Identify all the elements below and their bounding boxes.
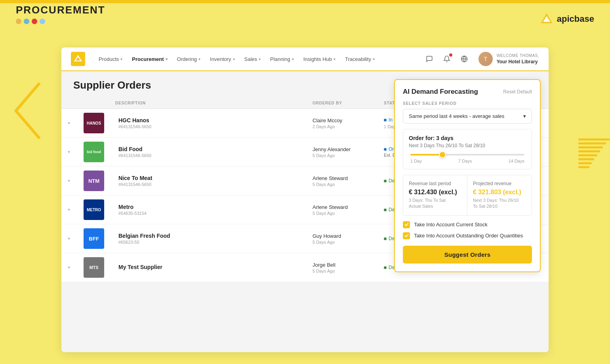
status-dot <box>384 148 387 151</box>
chevron-down-icon: ▾ <box>120 57 122 61</box>
status-dot <box>384 266 387 269</box>
stripes-decoration <box>578 138 610 168</box>
row-chevron: ▾ <box>68 178 84 184</box>
supplier-info: Nice To Meat #64131546-5650 <box>115 175 313 187</box>
notification-bell-btn[interactable] <box>440 53 453 65</box>
supplier-id: #64131546-5650 <box>118 182 313 187</box>
top-accent-bar <box>0 0 610 3</box>
chat-icon-btn[interactable] <box>423 53 436 65</box>
triangle-decoration <box>8 79 44 144</box>
revenue-projected: Projected revenue € 321.803 (excl.) Next… <box>467 175 532 215</box>
procurement-title: PROCUREMENT <box>16 4 105 16</box>
nav-item-products[interactable]: Products ▾ <box>95 54 126 64</box>
nav-logo[interactable] <box>71 52 85 66</box>
supplier-logo-bidfood: bid food <box>84 142 115 162</box>
checkbox-label: Take Into Account Current Stock <box>414 222 488 228</box>
nav-items: Products ▾ Procurement ▾ Ordering ▾ Inve… <box>95 54 423 64</box>
main-content: Supplier Orders DESCRIPTION ORDERED BY S… <box>61 71 549 352</box>
supplier-logo-metro: METRO <box>84 199 115 220</box>
order-for-subtitle: Next 3 Days Thu 26/10 To Sat 28/10 <box>409 143 526 148</box>
period-select-dropdown[interactable]: Same period last 4 weeks - average sales… <box>403 109 532 123</box>
nav-item-procurement[interactable]: Procurement ▾ <box>128 54 171 64</box>
chevron-down-icon: ▾ <box>292 57 294 61</box>
slider-fill <box>410 154 442 155</box>
dot-1 <box>16 19 21 24</box>
supplier-logo-hanos: HANOS <box>84 113 115 133</box>
nav-right: T WELCOME THOMAS, Your Hotel Library <box>423 52 539 66</box>
nav-item-ordering[interactable]: Ordering ▾ <box>173 54 205 64</box>
nav-item-planning[interactable]: Planning ▾ <box>266 54 298 64</box>
status-dot <box>384 237 387 240</box>
checkbox-icon[interactable] <box>403 232 410 239</box>
revenue-last-period: Revenue last period € 312.430 (excl.) 3 … <box>403 175 467 215</box>
nav-item-traceability[interactable]: Traceability ▾ <box>341 54 379 64</box>
nav-item-insights[interactable]: Insights Hub ▾ <box>299 54 339 64</box>
revenue-proj-label: Projected revenue <box>473 181 526 186</box>
col-header-ordered-by: ORDERED BY <box>313 101 384 105</box>
apicbase-brand: apicbase <box>539 12 594 26</box>
sales-period-label: SELECT SALES PERIOD <box>403 101 532 106</box>
chevron-down-icon: ▾ <box>166 57 168 61</box>
supplier-id: #64131546-5650 <box>118 153 313 158</box>
ai-panel-header: AI Demand Forecasting Reset Default <box>403 88 532 96</box>
row-chevron: ▾ <box>68 265 84 270</box>
notification-badge <box>449 53 452 57</box>
apicbase-logo-icon <box>539 12 554 26</box>
ordered-by-cell: Guy Howard 5 Days Ago <box>313 233 384 245</box>
navbar: Products ▾ Procurement ▾ Ordering ▾ Inve… <box>61 47 549 71</box>
ordered-by-cell: Jorge Bell 5 Days Ago <box>313 262 384 273</box>
reset-default-button[interactable]: Reset Default <box>503 89 532 95</box>
dot-2 <box>24 19 29 24</box>
ai-demand-panel: AI Demand Forecasting Reset Default SELE… <box>394 79 541 272</box>
checkbox-icon[interactable] <box>403 221 410 228</box>
row-chevron: ▾ <box>68 236 84 241</box>
ordered-by-cell: Claire Mccoy 2 Days Ago <box>313 118 384 129</box>
supplier-name: Metro <box>118 204 313 210</box>
supplier-logo-ntm: NTM <box>84 171 115 191</box>
supplier-logo-bff: BFF <box>84 228 115 249</box>
nav-item-sales[interactable]: Sales ▾ <box>240 54 265 64</box>
chevron-down-icon: ▾ <box>334 57 336 61</box>
supplier-name: My Test Supplier <box>118 264 313 270</box>
suggest-orders-button[interactable]: Suggest Orders <box>403 246 532 264</box>
dot-indicators <box>16 19 105 24</box>
supplier-info: Belgian Fresh Food #65623-50 <box>115 233 313 245</box>
main-card: Products ▾ Procurement ▾ Ordering ▾ Inve… <box>61 47 549 352</box>
dot-4 <box>40 19 45 24</box>
nav-item-inventory[interactable]: Inventory ▾ <box>206 54 238 64</box>
revenue-proj-value: € 321.803 (excl.) <box>473 189 526 196</box>
globe-icon-btn[interactable] <box>458 53 471 65</box>
slider-label-1day: 1 Day <box>410 159 422 163</box>
slider-label-7days: 7 Days <box>458 159 472 163</box>
supplier-info: Metro #54635-53154 <box>115 204 313 216</box>
supplier-info: My Test Supplier <box>115 264 313 271</box>
revenue-grid: Revenue last period € 312.430 (excl.) 3 … <box>403 175 532 216</box>
ordered-by-cell: Arlene Steward 5 Days Ago <box>313 204 384 216</box>
content-area: Supplier Orders DESCRIPTION ORDERED BY S… <box>61 71 549 352</box>
days-slider[interactable]: 1 Day 7 Days 14 Days <box>409 154 526 163</box>
checkbox-current-stock[interactable]: Take Into Account Current Stock <box>403 221 532 228</box>
supplier-info: Bid Food #64131546-5650 <box>115 146 313 158</box>
avatar: T <box>478 52 493 66</box>
ordered-by-cell: Jenny Alexander 5 Days Ago <box>313 146 384 158</box>
supplier-name: Nice To Meat <box>118 175 313 181</box>
slider-labels: 1 Day 7 Days 14 Days <box>410 159 524 163</box>
period-select-value: Same period last 4 weeks - average sales <box>409 113 504 119</box>
checkbox-label: Take Into Account Outstanding Order Quan… <box>414 233 523 239</box>
chevron-down-icon: ▾ <box>259 57 261 61</box>
user-section[interactable]: T WELCOME THOMAS, Your Hotel Library <box>478 52 539 66</box>
supplier-id: #54635-53154 <box>118 211 313 216</box>
slider-thumb[interactable] <box>439 151 446 158</box>
col-header-logo <box>84 101 115 105</box>
supplier-name: Belgian Fresh Food <box>118 233 313 239</box>
supplier-name: HGC Hanos <box>118 117 313 123</box>
chevron-down-icon: ▾ <box>198 57 200 61</box>
supplier-id: #64131546-5650 <box>118 124 313 129</box>
user-subtitle: Your Hotel Library <box>497 59 539 65</box>
revenue-proj-sub: Next 3 Days: Thu 26/10To Sat 28/10 <box>473 197 526 210</box>
procurement-header: PROCUREMENT <box>16 4 105 24</box>
checkbox-outstanding-orders[interactable]: Take Into Account Outstanding Order Quan… <box>403 232 532 239</box>
slider-label-14days: 14 Days <box>509 159 524 163</box>
apicbase-logo-text: apicbase <box>557 14 594 24</box>
dot-3 <box>32 19 37 24</box>
